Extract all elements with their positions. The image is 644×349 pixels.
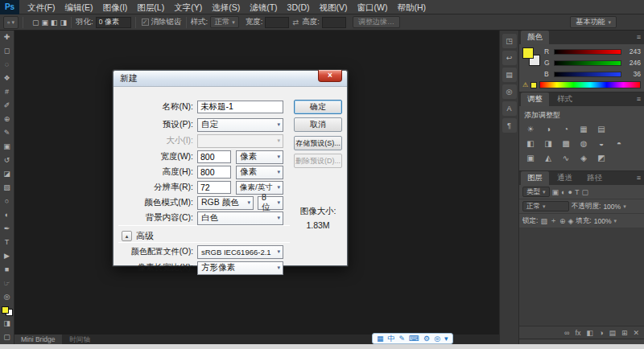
filter-type-layers-icon[interactable]: ● <box>568 188 572 196</box>
filter-shape-layers-icon[interactable]: T <box>575 188 580 196</box>
dialog-titlebar[interactable]: 新建 <box>114 71 347 87</box>
tab-adjustments[interactable]: 调整 <box>521 92 549 106</box>
tab-styles[interactable]: 样式 <box>551 92 579 106</box>
bit-depth-select[interactable]: 8 位 ▾ <box>258 196 283 210</box>
photo-filter-icon[interactable]: ◍ <box>577 138 590 150</box>
panel-foreground-swatch[interactable] <box>522 47 534 59</box>
menu-layer[interactable]: 图层(L) <box>132 0 169 14</box>
menu-3d[interactable]: 3D(D) <box>283 0 315 14</box>
brightness-contrast-icon[interactable]: ☀ <box>524 124 537 135</box>
background-select[interactable]: 白色 ▾ <box>197 211 283 225</box>
hand-tool-icon[interactable]: ☞ <box>0 277 14 290</box>
pen-tool-icon[interactable]: ✒ <box>0 222 14 236</box>
delete-layer-icon[interactable]: ✕ <box>633 329 639 337</box>
blur-tool-icon[interactable]: ○ <box>0 195 14 208</box>
menu-edit[interactable]: 编辑(E) <box>60 0 97 14</box>
timeline-tab[interactable]: 时间轴 <box>64 335 97 344</box>
posterize-icon[interactable]: ◭ <box>542 153 555 164</box>
height-input[interactable] <box>322 17 346 28</box>
menu-filter[interactable]: 滤镜(T) <box>245 0 282 14</box>
color-balance-icon[interactable]: ◨ <box>542 138 555 150</box>
panel-menu-icon[interactable]: ≡ <box>637 95 641 103</box>
layer-style-icon[interactable]: fx <box>575 329 580 337</box>
resolution-unit-select[interactable]: 像素/英寸 ▾ <box>236 181 283 195</box>
menu-select[interactable]: 选择(S) <box>207 0 245 14</box>
threshold-icon[interactable]: ∿ <box>559 153 572 164</box>
eyedropper-tool-icon[interactable]: ✐ <box>0 99 14 113</box>
color-mode-select[interactable]: RGB 颜色 ▾ <box>197 196 254 210</box>
rectangle-shape-tool-icon[interactable]: ■ <box>0 263 14 277</box>
blue-value[interactable]: 36 <box>625 70 641 78</box>
resolution-field[interactable] <box>197 181 231 194</box>
tab-layers[interactable]: 图层 <box>521 171 549 185</box>
rectangular-marquee-tool-icon[interactable]: ◻ <box>0 44 14 58</box>
tab-color[interactable]: 颜色 <box>521 31 549 44</box>
pixel-aspect-select[interactable]: 方形像素 ▾ <box>197 261 283 275</box>
ime-mode-icon[interactable]: 中 <box>388 334 395 343</box>
height-field[interactable] <box>197 166 231 179</box>
quick-selection-tool-icon[interactable]: ❖ <box>0 72 14 85</box>
invert-icon[interactable]: ▣ <box>524 153 537 164</box>
antialias-checkbox[interactable]: ✓ <box>142 18 149 26</box>
panel-menu-icon[interactable]: ≡ <box>637 174 641 182</box>
layer-mask-icon[interactable]: ◧ <box>586 329 593 337</box>
new-layer-icon[interactable]: ⊞ <box>621 329 628 337</box>
green-value[interactable]: 246 <box>625 59 641 67</box>
color-swatches[interactable] <box>1 306 14 317</box>
save-preset-button[interactable]: 存储预设(S)... <box>294 136 342 150</box>
red-slider[interactable] <box>554 49 621 55</box>
crop-tool-icon[interactable]: # <box>0 85 14 99</box>
move-tool-icon[interactable]: ✚ <box>0 31 14 44</box>
lock-pixels-icon[interactable]: ＋ <box>550 216 557 226</box>
zoom-tool-icon[interactable]: ◎ <box>0 290 14 304</box>
color-profile-select[interactable]: sRGB IEC61966-2.1 ▾ <box>197 245 283 259</box>
layer-filter-select[interactable]: 类型 ▾ <box>522 187 550 197</box>
layers-list[interactable] <box>519 228 644 326</box>
navigator-panel-icon[interactable]: ◳ <box>502 34 517 48</box>
ime-settings-icon[interactable]: ⚙ <box>423 334 430 343</box>
new-selection-icon[interactable]: ▢ <box>32 18 39 27</box>
mini-bridge-tab[interactable]: Mini Bridge <box>14 335 62 344</box>
lock-transparency-icon[interactable]: ▨ <box>540 217 547 225</box>
adjustment-layer-icon[interactable]: ◑ <box>599 329 603 337</box>
style-select[interactable]: 正常 ▾ <box>210 16 239 28</box>
ime-keyboard-icon[interactable]: ⌨ <box>409 334 419 343</box>
character-panel-icon[interactable]: A <box>502 101 517 116</box>
history-panel-icon[interactable]: ↩ <box>502 51 517 65</box>
hue-saturation-icon[interactable]: ◧ <box>524 138 537 150</box>
panel-color-swatches[interactable] <box>522 47 540 72</box>
brush-tool-icon[interactable]: ✎ <box>0 126 14 140</box>
ok-button[interactable]: 确定 <box>294 100 342 114</box>
quick-mask-icon[interactable]: ◨ <box>0 317 14 331</box>
paragraph-panel-icon[interactable]: ¶ <box>502 118 517 133</box>
history-brush-tool-icon[interactable]: ↺ <box>0 154 14 167</box>
lasso-tool-icon[interactable]: ◌ <box>0 58 14 72</box>
info-panel-icon[interactable]: ◎ <box>502 84 517 99</box>
filter-adjustment-layers-icon[interactable]: ◐ <box>561 188 565 196</box>
color-spectrum-ramp[interactable] <box>539 81 641 88</box>
selective-color-icon[interactable]: ◩ <box>595 153 608 164</box>
menu-image[interactable]: 图像(I) <box>97 0 132 14</box>
gamut-warning-icon[interactable]: ⚠ <box>522 81 528 88</box>
gradient-map-icon[interactable]: ◈ <box>577 153 590 164</box>
menu-help[interactable]: 帮助(H) <box>393 0 431 14</box>
menu-file[interactable]: 文件(F) <box>23 0 60 14</box>
foreground-color-swatch[interactable] <box>2 306 9 314</box>
menu-type[interactable]: 文字(Y) <box>169 0 207 14</box>
ime-search-icon[interactable]: ◎ <box>434 334 440 343</box>
dodge-tool-icon[interactable]: ◐ <box>0 208 14 222</box>
link-layers-icon[interactable]: ∞ <box>564 329 569 337</box>
panel-menu-icon[interactable]: ≡ <box>637 33 641 41</box>
swap-dimensions-icon[interactable]: ⇄ <box>292 18 299 27</box>
red-value[interactable]: 243 <box>625 47 641 55</box>
menu-window[interactable]: 窗口(W) <box>353 0 393 14</box>
fill-value[interactable]: 100% <box>594 217 612 225</box>
add-selection-icon[interactable]: ▣ <box>41 18 48 27</box>
intersect-selection-icon[interactable]: ◨ <box>60 18 67 27</box>
ime-pen-icon[interactable]: ✎ <box>399 334 406 343</box>
advanced-toggle[interactable]: ▴ <box>122 231 132 241</box>
tab-paths[interactable]: 路径 <box>580 171 609 185</box>
vibrance-icon[interactable]: ▤ <box>595 124 608 135</box>
close-button[interactable]: × <box>318 70 342 82</box>
web-safe-swatch-icon[interactable] <box>530 82 537 88</box>
